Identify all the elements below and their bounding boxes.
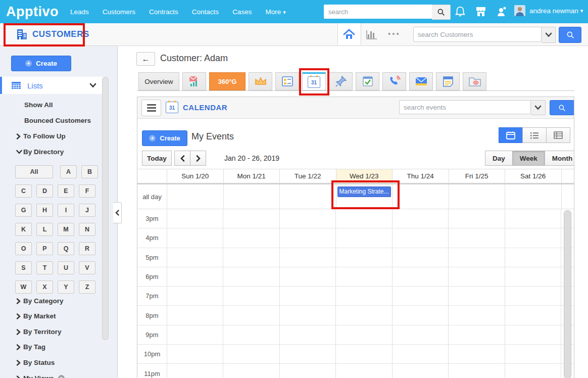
month-view-button[interactable]: Month: [545, 151, 574, 166]
letter-button[interactable]: H: [36, 204, 53, 217]
referral-person-icon[interactable]: [496, 6, 507, 20]
sidebar-item-by-tag[interactable]: By Tag: [0, 343, 101, 351]
sidebar-collapse-handle[interactable]: [113, 202, 122, 223]
sidebar-item-by-category[interactable]: By Category: [0, 297, 101, 305]
letter-button[interactable]: X: [36, 280, 53, 294]
event-search-filter-dropdown[interactable]: [531, 100, 546, 115]
week-view-button[interactable]: Week: [512, 151, 545, 166]
time-row-cells[interactable]: [167, 228, 562, 247]
letter-button[interactable]: T: [36, 261, 53, 274]
prev-week-button[interactable]: [174, 151, 190, 166]
sidebar-item-show-all[interactable]: Show All: [0, 101, 118, 109]
view-list-button[interactable]: [522, 127, 547, 143]
nav-more[interactable]: More▾: [261, 8, 295, 16]
tab-documents[interactable]: [463, 72, 486, 90]
more-options-dots[interactable]: •••: [388, 29, 401, 38]
global-search-input[interactable]: [324, 5, 432, 19]
letter-button[interactable]: Z: [79, 280, 95, 294]
letter-button[interactable]: W: [15, 280, 32, 294]
letter-button[interactable]: O: [15, 242, 32, 255]
time-row-cells[interactable]: [167, 325, 562, 344]
time-row-cells[interactable]: [167, 364, 562, 378]
letter-button[interactable]: U: [58, 261, 74, 274]
letter-button[interactable]: E: [58, 184, 74, 198]
nav-customers[interactable]: Customers: [98, 8, 144, 16]
view-calendar-button[interactable]: [499, 127, 523, 143]
sidebar-item-by-directory[interactable]: By Directory: [0, 148, 101, 156]
time-row-cells[interactable]: [167, 267, 562, 286]
letter-button[interactable]: C: [15, 184, 32, 198]
all-day-cell[interactable]: [393, 184, 449, 209]
time-row-cells[interactable]: [167, 248, 562, 267]
tab-calendar[interactable]: 31: [302, 72, 326, 90]
letter-button[interactable]: J: [79, 204, 95, 217]
tab-overview[interactable]: Overview: [138, 72, 179, 90]
letter-button[interactable]: M: [58, 223, 74, 236]
all-day-cell[interactable]: [449, 184, 506, 209]
letter-button[interactable]: Y: [58, 280, 74, 294]
sidebar-item-to-follow-up[interactable]: To Follow Up: [0, 132, 101, 140]
sidebar-item-by-territory[interactable]: By Territory: [0, 328, 101, 336]
letter-button[interactable]: Q: [58, 242, 74, 255]
app-label-customers[interactable]: CUSTOMERS: [15, 28, 89, 41]
letter-button[interactable]: D: [36, 184, 53, 198]
sidebar-item-lists[interactable]: Lists: [0, 77, 104, 94]
app-search-filter-dropdown[interactable]: [542, 27, 556, 43]
sidebar-item-by-market[interactable]: By Market: [0, 312, 101, 320]
all-day-cell[interactable]: [505, 184, 562, 209]
letter-button[interactable]: K: [15, 223, 32, 236]
nav-cases[interactable]: Cases: [228, 8, 261, 16]
nav-leads[interactable]: Leads: [66, 8, 98, 16]
home-button[interactable]: [338, 23, 360, 45]
time-row-cells[interactable]: [167, 306, 562, 324]
time-row-cells[interactable]: [167, 345, 562, 363]
all-day-cell-today[interactable]: Marketing Strate...: [336, 184, 393, 209]
create-event-button[interactable]: + Create: [142, 130, 187, 146]
all-day-cell[interactable]: [280, 184, 336, 209]
sidebar-item-my-views[interactable]: My Views ?: [0, 374, 101, 378]
letter-button[interactable]: R: [79, 242, 95, 255]
letter-button[interactable]: G: [15, 204, 32, 217]
all-day-cell[interactable]: [224, 184, 280, 209]
sidebar-item-by-status[interactable]: By Status: [0, 359, 101, 366]
sidebar-item-bounced-customers[interactable]: Bounced Customers: [0, 117, 118, 124]
time-row-cells[interactable]: [167, 209, 562, 228]
letter-button[interactable]: L: [36, 223, 53, 236]
event-marketing-strategy[interactable]: Marketing Strate...: [337, 186, 391, 197]
notifications-bell-icon[interactable]: [455, 6, 466, 20]
tab-notes[interactable]: [436, 72, 460, 90]
nav-contacts[interactable]: Contacts: [187, 8, 228, 16]
today-button[interactable]: Today: [142, 151, 172, 166]
letter-button[interactable]: P: [36, 242, 53, 255]
day-view-button[interactable]: Day: [485, 151, 513, 166]
letter-button[interactable]: V: [79, 261, 95, 274]
next-week-button[interactable]: [190, 151, 206, 166]
reports-chart-button[interactable]: [365, 27, 379, 43]
letter-button[interactable]: I: [58, 204, 74, 217]
global-search-button[interactable]: [432, 5, 451, 20]
calendar-scrollbar[interactable]: [564, 210, 571, 378]
back-button[interactable]: ←: [136, 52, 155, 66]
sidebar-create-button[interactable]: + Create: [11, 56, 71, 71]
sidebar-scrollbar[interactable]: [102, 77, 109, 340]
tab-calls[interactable]: [382, 72, 406, 90]
tab-campaigns[interactable]: [182, 72, 206, 90]
time-row-cells[interactable]: [167, 287, 562, 305]
letter-button[interactable]: S: [15, 261, 32, 274]
letter-button[interactable]: A: [60, 165, 77, 178]
event-search-input[interactable]: [399, 100, 531, 114]
user-menu[interactable]: andrea newman ▾: [514, 5, 583, 16]
letter-button[interactable]: B: [81, 165, 98, 178]
store-icon[interactable]: [475, 6, 487, 20]
event-search-button[interactable]: [550, 100, 574, 115]
apptivo-logo[interactable]: Apptivo: [6, 4, 59, 20]
tab-tasks[interactable]: [356, 72, 379, 90]
view-table-button[interactable]: [546, 127, 570, 143]
app-search-input[interactable]: [413, 27, 542, 42]
app-search-button[interactable]: [559, 27, 581, 43]
tab-news-feed[interactable]: [275, 72, 299, 90]
tab-emails[interactable]: [409, 72, 433, 90]
tab-deals[interactable]: [249, 72, 272, 90]
tab-360-view[interactable]: 360°G: [209, 72, 246, 90]
nav-contracts[interactable]: Contracts: [144, 8, 187, 16]
